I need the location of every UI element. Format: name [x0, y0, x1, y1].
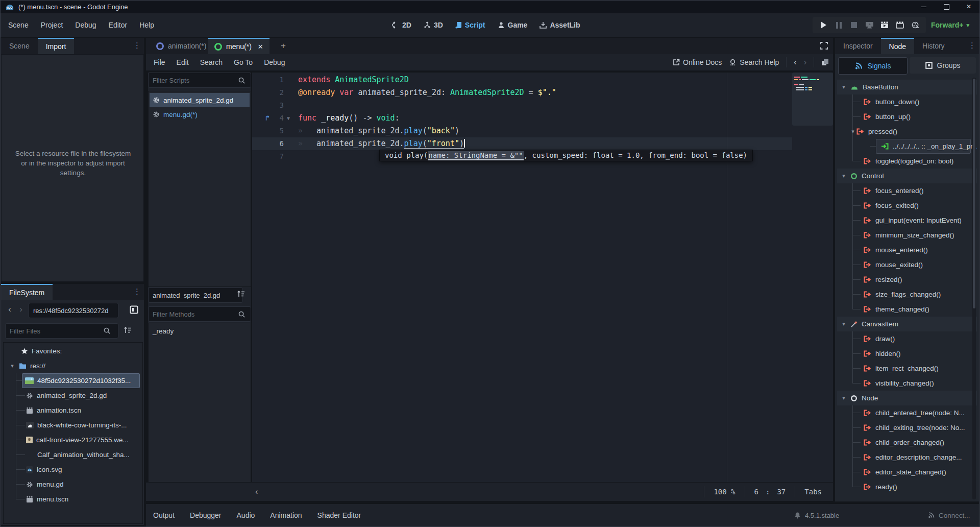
code-line[interactable]: 1 extends AnimatedSprite2D — [252, 74, 833, 86]
signal-row[interactable]: visibility_changed() — [837, 376, 977, 391]
file-row[interactable]: animated_sprite_2d.gd — [4, 388, 142, 403]
signal-row[interactable]: size_flags_changed() — [837, 287, 977, 302]
workspace-script[interactable]: Script — [455, 21, 485, 29]
line-number[interactable]: 1 — [252, 74, 284, 86]
menu-scene[interactable]: Scene — [2, 21, 35, 29]
movie-maker-icon[interactable] — [911, 20, 920, 30]
stop-button[interactable] — [849, 20, 859, 30]
play-scene-button[interactable] — [880, 20, 889, 30]
menu-help[interactable]: Help — [133, 21, 160, 29]
file-row[interactable]: menu.gd — [4, 477, 142, 492]
sort-files-icon[interactable] — [124, 326, 132, 334]
signal-row[interactable]: mouse_exited() — [837, 257, 977, 272]
bottom-tab-debugger[interactable]: Debugger — [190, 511, 222, 519]
bottom-tab-audio[interactable]: Audio — [237, 511, 255, 519]
script-item[interactable]: menu.gd(*) — [150, 107, 250, 122]
menu-debug[interactable]: Debug — [258, 58, 290, 66]
menu-search[interactable]: Search — [194, 58, 228, 66]
method-item[interactable]: _ready — [153, 327, 174, 335]
menu-project[interactable]: Project — [35, 21, 69, 29]
menu-edit[interactable]: Edit — [171, 58, 194, 66]
signal-row[interactable]: editor_description_change... — [837, 450, 977, 465]
menu-file[interactable]: File — [148, 58, 171, 66]
chevron-down-icon[interactable]: ▾ — [9, 363, 16, 369]
signal-row[interactable]: focus_entered() — [837, 183, 977, 198]
folder-row-res[interactable]: ▾ res:// — [4, 358, 142, 373]
groups-button[interactable]: Groups — [910, 57, 976, 74]
cursor-position[interactable]: 6:37 — [745, 488, 795, 496]
file-row[interactable]: menu.tscn — [4, 492, 142, 507]
play-custom-scene-button[interactable] — [895, 20, 904, 30]
filter-methods-input[interactable] — [148, 306, 251, 322]
signal-class-row[interactable]: ▾ CanvasItem — [837, 317, 977, 331]
connect-button[interactable]: Connect... — [928, 504, 970, 526]
signal-row[interactable]: gui_input(event: InputEvent) — [837, 213, 977, 228]
tab-inspector[interactable]: Inspector — [835, 38, 881, 54]
collapse-panel-icon[interactable]: ‹ — [255, 483, 258, 501]
file-row[interactable]: calf-front-view-21277555.we... — [4, 433, 142, 447]
signal-row[interactable]: item_rect_changed() — [837, 361, 977, 376]
chevron-down-icon[interactable]: ▾ — [840, 321, 847, 327]
dock-options-icon[interactable]: ⋮ — [968, 41, 976, 50]
favorites-row[interactable]: Favorites: — [4, 344, 142, 358]
signal-row[interactable]: minimum_size_changed() — [837, 228, 977, 243]
code-line[interactable]: 5 »animated_sprite_2d.play("back") — [252, 125, 833, 137]
connection-row[interactable]: ../../../../.. :: _on_play_1_pr... — [837, 139, 977, 154]
signal-row[interactable]: mouse_entered() — [837, 243, 977, 257]
workspace-2d[interactable]: 2D — [392, 21, 411, 29]
signal-row[interactable]: editor_state_changed() — [837, 465, 977, 480]
sort-methods-icon[interactable] — [237, 290, 245, 298]
file-row[interactable]: animation.tscn — [4, 403, 142, 418]
signal-class-row[interactable]: ▾ Node — [837, 391, 977, 405]
remote-debug-icon[interactable] — [865, 20, 874, 30]
line-number[interactable]: 2 — [252, 86, 284, 99]
tab-filesystem[interactable]: FileSystem — [1, 284, 53, 300]
line-number[interactable]: 3 — [252, 99, 284, 112]
indent-mode[interactable]: Tabs — [795, 488, 831, 496]
maximize-button[interactable] — [935, 0, 958, 13]
workspace-game[interactable]: Game — [498, 21, 528, 29]
bottom-tab-output[interactable]: Output — [153, 511, 175, 519]
scene-tab-menu[interactable]: menu(*) ✕ — [208, 38, 270, 54]
play-button[interactable] — [819, 20, 828, 30]
minimize-button[interactable] — [913, 0, 935, 13]
make-floating-icon[interactable] — [821, 59, 829, 66]
search-help-button[interactable]: Search Help — [729, 58, 779, 66]
signal-row[interactable]: button_up() — [837, 109, 977, 124]
bottom-tab-shader-editor[interactable]: Shader Editor — [317, 511, 361, 519]
line-number[interactable]: 6 — [252, 137, 284, 150]
code-line-current[interactable]: 6 »animated_sprite_2d.play("front") — [252, 137, 833, 150]
fold-chevron-icon[interactable]: ▼ — [287, 112, 290, 125]
line-number[interactable]: 7 — [252, 150, 284, 163]
tab-node[interactable]: Node — [881, 38, 914, 54]
code-line[interactable]: 3 — [252, 99, 833, 112]
bell-icon[interactable] — [794, 512, 801, 519]
line-number[interactable]: 5 — [252, 125, 284, 137]
tab-scene[interactable]: Scene — [1, 38, 38, 54]
signal-row-expanded[interactable]: ▾ pressed() — [837, 124, 977, 139]
signal-row[interactable]: ready() — [837, 480, 977, 494]
script-history-back-icon[interactable]: ‹ — [794, 58, 796, 67]
toggle-split-mode-icon[interactable] — [130, 305, 138, 314]
signal-row[interactable]: button_down() — [837, 94, 977, 109]
signal-row[interactable]: child_exiting_tree(node: No... — [837, 420, 977, 435]
current-script-name-field[interactable] — [148, 288, 243, 303]
chevron-down-icon[interactable]: ▾ — [840, 173, 847, 179]
code-line[interactable]: ↱ 4 ▼ func _ready() -> void: — [252, 112, 833, 125]
chevron-down-icon[interactable]: ▾ — [840, 395, 847, 401]
close-icon[interactable]: ✕ — [258, 43, 263, 51]
tab-import[interactable]: Import — [38, 38, 75, 54]
bottom-tab-animation[interactable]: Animation — [270, 511, 302, 519]
signal-row[interactable]: toggled(toggled_on: bool) — [837, 154, 977, 169]
signal-row[interactable]: theme_changed() — [837, 302, 977, 317]
file-row[interactable]: black-white-cow-turning-its-... — [4, 418, 142, 433]
add-scene-tab-button[interactable]: + — [281, 38, 286, 54]
file-row[interactable]: icon.svg — [4, 462, 142, 477]
close-button[interactable]: ✕ — [958, 0, 980, 13]
menu-editor[interactable]: Editor — [103, 21, 134, 29]
signals-button[interactable]: Signals — [838, 57, 908, 75]
distraction-free-icon[interactable] — [820, 42, 828, 50]
scrollbar-thumb[interactable] — [973, 79, 975, 308]
script-history-forward-icon[interactable]: › — [804, 58, 806, 67]
pause-button[interactable] — [834, 20, 843, 30]
